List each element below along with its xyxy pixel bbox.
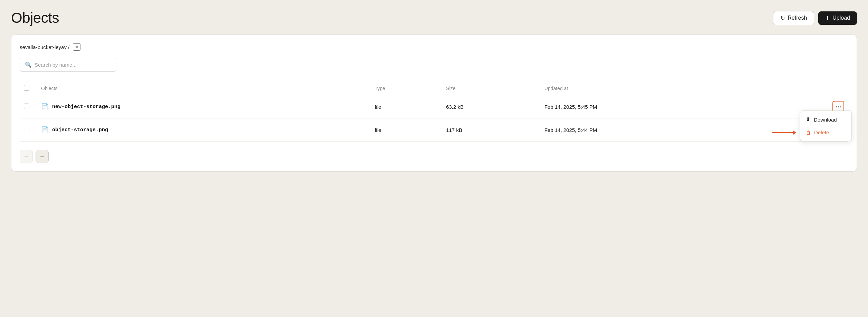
search-icon: 🔍 [25,61,32,68]
row2-checkbox-cell [20,118,37,142]
col-type: Type [370,81,442,95]
next-icon: → [39,153,45,160]
row1-updated: Feb 14, 2025, 5:45 PM [540,95,772,118]
col-updated: Updated at [540,81,772,95]
table-row: 📄 new-object-storage.png file 63.2 kB Fe… [20,95,848,118]
download-icon: ⬇ [806,116,810,123]
breadcrumb: sevalla-bucket-ieyay / ⧉ [20,43,848,51]
header-checkbox-cell [20,81,37,95]
col-actions [772,81,848,95]
delete-icon: 🗑 [806,130,811,135]
table-row: 📄 object-storage.png file 117 kB Feb 14,… [20,118,848,142]
delete-menu-item[interactable]: 🗑 Delete [800,126,851,139]
download-menu-item[interactable]: ⬇ Download [800,113,851,126]
row1-type: file [370,95,442,118]
row2-updated: Feb 14, 2025, 5:44 PM [540,118,772,142]
row2-type: file [370,118,442,142]
copy-icon[interactable]: ⧉ [73,43,80,51]
arrow-indicator [772,130,796,135]
row1-file-name: 📄 new-object-storage.png [41,103,366,111]
context-menu: ⬇ Download 🗑 Delete [800,111,852,141]
row2-file-name: 📄 object-storage.png [41,126,366,134]
row2-name-cell: 📄 object-storage.png [37,118,370,142]
breadcrumb-path: sevalla-bucket-ieyay / [20,44,69,50]
upload-label: Upload [832,15,850,21]
search-wrap: 🔍 [20,58,848,72]
pagination: ← → [20,150,848,163]
table-header-row: Objects Type Size Updated at [20,81,848,95]
row1-size: 63.2 kB [442,95,540,118]
file-icon: 📄 [41,103,49,111]
search-input[interactable] [35,62,111,68]
col-objects: Objects [37,81,370,95]
objects-table: Objects Type Size Updated at 📄 [20,81,848,142]
prev-icon: ← [23,153,29,160]
refresh-label: Refresh [788,15,807,21]
prev-page-button[interactable]: ← [20,150,33,163]
select-all-checkbox[interactable] [24,85,29,90]
table-container: Objects Type Size Updated at 📄 [20,81,848,163]
next-page-button[interactable]: → [36,150,49,163]
header-actions: ↻ Refresh ⬆ Upload [773,11,857,25]
row1-name-cell: 📄 new-object-storage.png [37,95,370,118]
row1-actions-cell: ⋯ ⬇ Download 🗑 Delete [772,95,848,118]
row1-checkbox[interactable] [24,104,29,109]
row1-checkbox-cell [20,95,37,118]
page-title: Objects [11,10,59,26]
row2-checkbox[interactable] [24,127,29,132]
page-header: Objects ↻ Refresh ⬆ Upload [11,10,857,26]
main-card: sevalla-bucket-ieyay / ⧉ 🔍 Objects Type … [11,35,857,172]
file-icon: 📄 [41,126,49,134]
upload-button[interactable]: ⬆ Upload [818,11,857,25]
search-box: 🔍 [20,58,116,72]
refresh-icon: ↻ [780,15,785,21]
upload-icon: ⬆ [825,15,830,21]
refresh-button[interactable]: ↻ Refresh [773,11,814,25]
row2-size: 117 kB [442,118,540,142]
col-size: Size [442,81,540,95]
